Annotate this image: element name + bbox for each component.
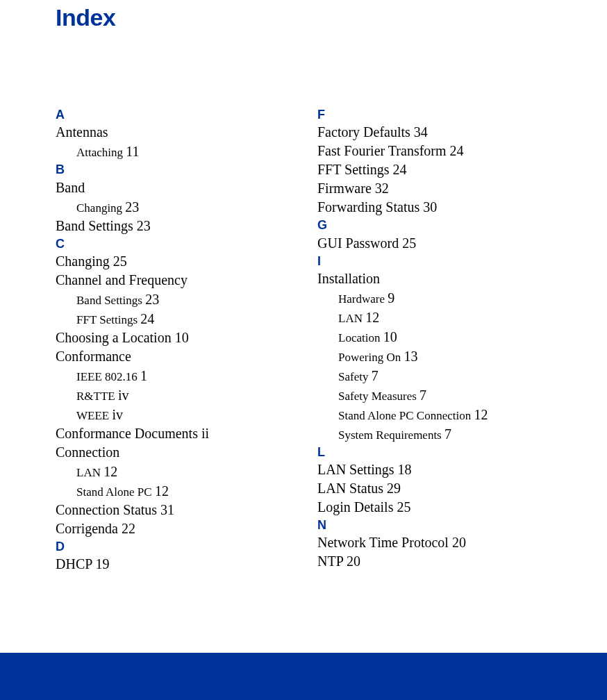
index-entry-text: LAN Settings: [317, 462, 394, 477]
index-entry: LAN Status 29: [317, 479, 551, 498]
index-page-ref[interactable]: 9: [388, 290, 394, 306]
index-entry-text: Forwarding Status: [317, 199, 419, 215]
index-entry-text: DHCP: [56, 556, 92, 572]
index-entry-text: Band Settings: [56, 218, 133, 233]
index-entry-text: Connection: [56, 444, 119, 460]
index-page-ref[interactable]: 30: [423, 199, 437, 215]
index-subentry: LAN 12: [338, 308, 551, 327]
index-page-ref[interactable]: 34: [414, 124, 428, 140]
index-page-ref[interactable]: 24: [140, 311, 154, 326]
index-page-ref[interactable]: 29: [387, 481, 401, 496]
index-subentry-text: System Requirements: [338, 428, 442, 442]
index-entry: NTP 20: [317, 552, 551, 571]
index-entry-text: Choosing a Location: [56, 330, 172, 345]
index-subentry: Powering On 13: [338, 347, 551, 366]
index-page-ref[interactable]: 7: [372, 368, 379, 383]
index-page-ref[interactable]: 10: [175, 330, 189, 345]
index-page-ref[interactable]: 12: [365, 310, 379, 325]
index-letter-text: D: [56, 540, 65, 553]
index-subentry-text: Band Settings: [76, 294, 142, 307]
index-letter: N: [317, 517, 551, 533]
index-column-left: AAntennasAttaching 11BBandChanging 23Ban…: [56, 106, 290, 574]
index-entry-text: Connection Status: [56, 502, 157, 517]
index-subentry-text: Stand Alone PC: [76, 485, 152, 499]
index-letter: I: [317, 253, 551, 269]
index-subentry-text: Changing: [76, 201, 122, 215]
index-entry: LAN Settings 18: [317, 460, 551, 479]
index-entry-text: NTP: [317, 553, 343, 569]
index-page-ref[interactable]: 20: [452, 535, 466, 550]
index-entry: Installation: [317, 269, 551, 288]
index-entry: Corrigenda 22: [56, 519, 290, 538]
index-entry: DHCP 19: [56, 555, 290, 574]
index-subentry: Stand Alone PC 12: [76, 481, 290, 501]
index-page-ref[interactable]: 25: [397, 499, 410, 515]
index-page-ref[interactable]: 7: [419, 388, 426, 403]
footer-bar: [0, 653, 607, 700]
index-letter-text: N: [317, 518, 326, 532]
index-entry-text: Antennas: [56, 124, 108, 140]
index-entry: Conformance: [56, 347, 290, 366]
index-page-ref[interactable]: iv: [118, 388, 129, 403]
index-entry: Antennas: [56, 123, 290, 142]
index-subentry-text: IEEE 802.16: [76, 370, 138, 383]
index-page-ref[interactable]: 24: [393, 162, 407, 177]
index-entry: Connection Status 31: [56, 501, 290, 519]
index-entry-text: Channel and Frequency: [56, 272, 188, 288]
index-page-ref[interactable]: 19: [96, 556, 110, 572]
index-page-ref[interactable]: 12: [155, 483, 169, 499]
index-columns: AAntennasAttaching 11BBandChanging 23Ban…: [56, 106, 551, 574]
index-page-ref[interactable]: 7: [444, 426, 451, 442]
index-page-ref[interactable]: 18: [398, 462, 412, 477]
index-entry: Network Time Protocol 20: [317, 533, 551, 552]
index-page-ref[interactable]: 11: [126, 144, 139, 159]
index-page-ref[interactable]: iv: [112, 407, 123, 422]
index-page-ref[interactable]: 10: [383, 329, 397, 344]
index-page-ref[interactable]: 12: [474, 407, 488, 422]
index-entry: Connection: [56, 443, 290, 462]
index-subentry: WEEE iv: [76, 405, 290, 424]
index-page-ref[interactable]: ii: [201, 426, 209, 441]
index-page-ref[interactable]: 23: [145, 292, 159, 307]
index-page-ref[interactable]: 20: [347, 553, 360, 569]
index-page-ref[interactable]: 13: [404, 349, 417, 364]
index-page-ref[interactable]: 1: [140, 368, 147, 383]
index-page-ref[interactable]: 22: [122, 521, 135, 536]
index-page-ref[interactable]: 25: [113, 253, 127, 269]
index-entry-text: Network Time Protocol: [317, 535, 449, 550]
index-entry-text: Band: [56, 180, 85, 195]
index-page-ref[interactable]: 24: [450, 143, 464, 158]
index-subentry: Safety 7: [338, 366, 551, 385]
index-entry-text: GUI Password: [317, 235, 399, 251]
index-subentry-text: Attaching: [76, 146, 123, 159]
index-subentry: Safety Measures 7: [338, 385, 551, 405]
index-page-ref[interactable]: 12: [103, 464, 117, 479]
index-letter: D: [56, 538, 290, 555]
index-column-right: FFactory Defaults 34Fast Fourier Transfo…: [317, 106, 551, 574]
index-subentry: Stand Alone PC Connection 12: [338, 405, 551, 424]
index-entry: Band Settings 23: [56, 217, 290, 235]
index-page-ref[interactable]: 31: [160, 502, 174, 517]
index-subentry: System Requirements 7: [338, 424, 551, 444]
index-subentry: FFT Settings 24: [76, 309, 290, 328]
index-subentry-text: Powering On: [338, 351, 401, 364]
index-entry-text: Conformance Documents: [56, 426, 198, 441]
index-subentry: LAN 12: [76, 462, 290, 481]
index-entry-text: FFT Settings: [317, 162, 390, 177]
index-page-ref[interactable]: 32: [375, 181, 389, 196]
index-subentry: Band Settings 23: [76, 290, 290, 309]
index-entry-text: Factory Defaults: [317, 124, 410, 140]
index-page-ref[interactable]: 23: [125, 199, 139, 215]
index-page-ref[interactable]: 25: [402, 235, 416, 251]
index-subentry-text: FFT Settings: [76, 313, 138, 326]
index-entry: Band: [56, 178, 290, 197]
index-subentry: Changing 23: [76, 197, 290, 217]
index-letter: B: [56, 161, 290, 178]
index-page-ref[interactable]: 23: [137, 218, 151, 233]
index-letter-text: B: [56, 162, 65, 176]
index-letter: G: [317, 217, 551, 233]
index-letter-text: C: [56, 237, 65, 251]
index-entry-text: Firmware: [317, 181, 372, 196]
index-entry-text: Login Details: [317, 499, 393, 515]
index-entry: Factory Defaults 34: [317, 123, 551, 142]
